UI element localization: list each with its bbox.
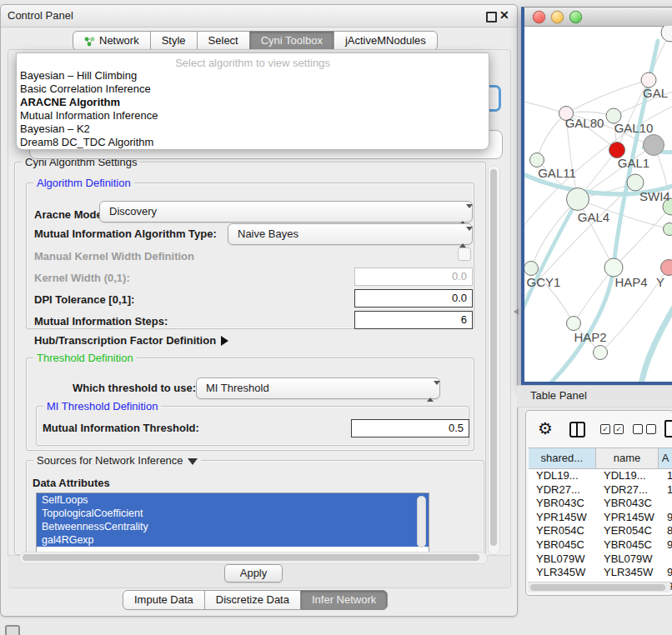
- table-row[interactable]: YBR043CYBR043C: [529, 497, 672, 511]
- aracne-mode-value: Discovery: [109, 205, 157, 218]
- float-window-icon[interactable]: [486, 12, 497, 22]
- mi-steps-field[interactable]: 6: [354, 311, 473, 329]
- list-scrollbar[interactable]: [417, 496, 426, 548]
- table-cell: YBR045C: [596, 538, 659, 552]
- table-column-headers: shared...nameA: [529, 448, 672, 469]
- aracne-mode-combo[interactable]: Discovery: [99, 201, 473, 222]
- table-row[interactable]: YER054CYER054C8.: [529, 524, 672, 538]
- network-node[interactable]: [530, 153, 544, 168]
- tab-discretize-data[interactable]: Discretize Data: [204, 590, 301, 610]
- table-cell: [659, 497, 672, 511]
- table-row[interactable]: YDL19...YDL19...13: [529, 469, 672, 483]
- network-node[interactable]: [567, 317, 581, 331]
- node-label: GCY1: [527, 275, 561, 289]
- popup-item[interactable]: ARACNE Algorithm: [17, 96, 489, 109]
- table-row[interactable]: YBR045CYBR045C9.: [529, 538, 672, 552]
- manual-kernel-checkbox[interactable]: [458, 248, 471, 261]
- table-cell: YPR145W: [529, 511, 596, 525]
- node-label: GAL10: [614, 121, 654, 135]
- table-cell: [659, 552, 672, 567]
- network-node[interactable]: [567, 188, 589, 211]
- data-attributes-list[interactable]: SelfLoopsTopologicalCoefficientBetweenne…: [36, 492, 429, 552]
- popup-item[interactable]: Bayesian – K2: [17, 122, 489, 136]
- zoom-traffic-light-icon[interactable]: [569, 11, 582, 23]
- network-canvas[interactable]: GALGAL80GAL10GAL1GAL11SWI4GAL4GCY1HAP4YH…: [524, 26, 672, 382]
- which-threshold-value: MI Threshold: [206, 382, 269, 394]
- split-pane-collapse-icon[interactable]: [514, 308, 519, 315]
- network-node[interactable]: [594, 346, 608, 360]
- popup-item[interactable]: Basic Correlation Inference: [17, 82, 489, 96]
- data-attribute-item[interactable]: gal4RGexp: [37, 533, 429, 547]
- combo-arrows-icon: [427, 382, 434, 402]
- sources-group-toggle[interactable]: Sources for Network Inference: [33, 454, 201, 467]
- tab-label: Cyni Toolbox: [261, 32, 323, 50]
- network-node[interactable]: [627, 174, 644, 191]
- mi-type-combo[interactable]: Naive Bayes: [228, 223, 473, 245]
- popup-item[interactable]: Dream8 DC_TDC Algorithm: [17, 136, 489, 149]
- mi-steps-label: Mutual Information Steps:: [34, 315, 168, 328]
- gear-icon[interactable]: ⚙: [538, 418, 553, 438]
- which-threshold-combo[interactable]: MI Threshold: [196, 378, 440, 399]
- table-cell: YLR345W: [529, 566, 596, 580]
- table-cell: YPR145W: [596, 511, 659, 525]
- tab-cyni-toolbox[interactable]: Cyni Toolbox: [249, 31, 334, 51]
- network-node[interactable]: [664, 223, 672, 236]
- deselect-all-checkboxes-icon[interactable]: [633, 424, 656, 434]
- close-icon[interactable]: ✕: [499, 8, 509, 22]
- document-icon[interactable]: [664, 420, 672, 438]
- sources-title: Sources for Network Inference: [37, 454, 183, 467]
- hub-definition-toggle[interactable]: Hub/Transcription Factor Definition: [34, 334, 228, 347]
- group-title: Algorithm Definition: [33, 177, 134, 189]
- data-attribute-item[interactable]: SelfLoops: [37, 493, 429, 507]
- columns-icon[interactable]: [569, 422, 585, 438]
- popup-item[interactable]: Mutual Information Inference: [17, 109, 489, 122]
- tab-network[interactable]: Network: [73, 31, 151, 51]
- collapse-down-icon: [188, 458, 198, 465]
- close-traffic-light-icon[interactable]: [533, 11, 545, 23]
- table-cell: YDR27...: [596, 483, 659, 498]
- network-node[interactable]: [644, 135, 664, 156]
- table-row[interactable]: YPR145WYPR145W9.: [529, 511, 672, 525]
- node-label: HAP2: [574, 330, 606, 344]
- dpi-tolerance-label: DPI Tolerance [0,1]:: [34, 293, 134, 306]
- combo-arrows-icon: [459, 228, 466, 248]
- tab-impute-data[interactable]: Impute Data: [123, 590, 205, 610]
- select-all-checkboxes-icon[interactable]: ✓✓: [600, 424, 624, 434]
- minimize-traffic-light-icon[interactable]: [551, 11, 564, 23]
- column-header[interactable]: name: [596, 448, 659, 468]
- tab-infer-network[interactable]: Infer Network: [300, 590, 388, 610]
- table-row[interactable]: YDR27...YDR27...12: [529, 483, 672, 498]
- expand-right-icon: [221, 336, 228, 346]
- bottom-corner-icon[interactable]: [5, 625, 20, 635]
- node-label: SWI4: [639, 189, 670, 203]
- tab-label: Impute Data: [134, 591, 193, 609]
- control-panel-titlebar: Control Panel ✕: [1, 5, 517, 28]
- data-attribute-item[interactable]: BetweennessCentrality: [37, 520, 429, 533]
- node-label: HAP4: [614, 275, 647, 289]
- settings-horizontal-scrollbar[interactable]: [19, 552, 488, 564]
- network-node[interactable]: [604, 258, 623, 277]
- dpi-tolerance-field[interactable]: 0.0: [354, 289, 473, 308]
- table-horizontal-scrollbar[interactable]: [528, 582, 670, 592]
- settings-vertical-scrollbar[interactable]: [488, 165, 500, 555]
- network-node[interactable]: [524, 262, 539, 276]
- apply-button[interactable]: Apply: [224, 564, 283, 582]
- table-row[interactable]: YBL079WYBL079W: [529, 552, 672, 567]
- kernel-width-field[interactable]: 0.0: [354, 268, 473, 286]
- tab-jactivemnodules[interactable]: jActiveMNodules: [333, 31, 438, 51]
- network-node[interactable]: [661, 26, 672, 42]
- popup-item[interactable]: Bayesian – Hill Climbing: [17, 69, 489, 82]
- tab-style[interactable]: Style: [150, 31, 198, 51]
- network-node[interactable]: [661, 260, 672, 276]
- tab-label: Style: [162, 32, 186, 50]
- column-header[interactable]: shared...: [529, 448, 596, 468]
- table-row[interactable]: YLR345WYLR345W9.: [529, 566, 672, 580]
- data-attribute-item[interactable]: TopologicalCoefficient: [37, 507, 429, 520]
- group-title: Threshold Definition: [33, 352, 137, 364]
- mi-threshold-field[interactable]: 0.5: [351, 419, 469, 438]
- column-header[interactable]: A: [659, 448, 672, 468]
- tab-select[interactable]: Select: [197, 31, 250, 51]
- top-tab-bar: NetworkStyleSelectCyni ToolboxjActiveMNo…: [73, 31, 438, 51]
- table-cell: YDL19...: [596, 469, 659, 483]
- kernel-width-label: Kernel Width (0,1):: [34, 272, 130, 284]
